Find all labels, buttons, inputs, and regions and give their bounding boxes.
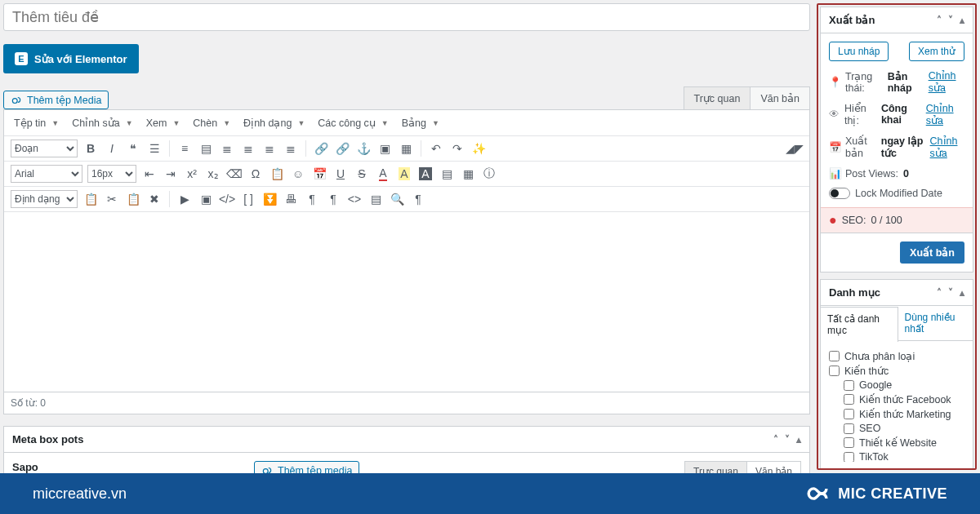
cat-item[interactable]: Thiết kế Website [844, 436, 958, 449]
edit-visibility-link[interactable]: Chỉnh sửa [926, 102, 964, 126]
format2-select[interactable]: Định dạng [11, 190, 78, 208]
cat-item[interactable]: Google [844, 379, 958, 391]
add-media-button[interactable]: Thêm tệp Media [3, 91, 109, 109]
collapse-icon[interactable]: ▴ [960, 15, 964, 26]
cat-tab-used[interactable]: Dùng nhiều nhất [898, 306, 973, 341]
align-center-icon[interactable]: ≣ [240, 140, 256, 157]
cat-item[interactable]: Kiến thức Marketing [844, 408, 958, 420]
source-icon[interactable]: <> [346, 191, 363, 207]
menu-insert[interactable]: Chèn▼ [189, 115, 237, 131]
text-color-icon[interactable]: A [375, 166, 391, 182]
bullet-list-icon[interactable]: ≡ [176, 140, 193, 157]
publish-button[interactable]: Xuất bản [900, 241, 964, 264]
omega-icon[interactable]: Ω [247, 166, 264, 182]
italic-icon[interactable]: I [104, 140, 120, 157]
cat-item[interactable]: Chưa phân loại [829, 350, 958, 362]
rtl-icon[interactable]: ¶ [325, 191, 341, 207]
anchor-icon[interactable]: ⚓ [355, 140, 372, 157]
align-left-icon[interactable]: ≣ [219, 140, 235, 157]
content-area[interactable] [4, 212, 809, 392]
outdent-icon[interactable]: ⇤ [141, 166, 158, 182]
menu-view[interactable]: Xem▼ [143, 115, 187, 131]
menu-tools[interactable]: Các công cụ▼ [314, 115, 394, 131]
chevron-down-icon[interactable]: ˅ [785, 434, 790, 445]
ltr-icon[interactable]: ¶ [304, 191, 320, 207]
cat-item[interactable]: Kiến thức [829, 365, 958, 377]
collapse-icon[interactable]: ▴ [796, 434, 801, 445]
superscript-icon[interactable]: x² [184, 166, 200, 182]
date-icon[interactable]: 📅 [311, 166, 327, 182]
chevron-down-icon[interactable]: ˅ [948, 287, 953, 299]
cat-item[interactable]: Kiến thức Facebook [844, 393, 958, 405]
category-list[interactable]: Chưa phân loại Kiến thức Google Kiến thứ… [829, 348, 964, 462]
add-category-link[interactable]: + Thêm danh mục [829, 468, 912, 470]
help-icon[interactable]: ⓘ [481, 166, 497, 182]
video-icon[interactable]: ▶ [176, 191, 193, 207]
divider-icon[interactable]: ☰ [146, 140, 163, 157]
font-select[interactable]: Arial [11, 165, 82, 183]
quote-icon[interactable]: ❝ [125, 140, 141, 157]
paste2-icon[interactable]: 📋 [125, 191, 141, 207]
number-list-icon[interactable]: ▤ [198, 140, 214, 157]
align-justify-icon[interactable]: ≣ [283, 140, 299, 157]
link-icon[interactable]: 🔗 [313, 140, 329, 157]
fullscreen-icon[interactable]: ◢◤ [786, 140, 803, 157]
format-select[interactable]: Đoạn [11, 140, 78, 157]
print-icon[interactable]: 🖶 [283, 191, 299, 207]
post-title-input[interactable] [3, 3, 810, 31]
chevron-up-icon[interactable]: ˄ [773, 434, 778, 445]
underline-icon[interactable]: U [332, 166, 349, 182]
grid-icon[interactable]: ▦ [460, 166, 476, 182]
code-icon[interactable]: </> [219, 191, 235, 207]
eraser-icon[interactable]: ⌫ [226, 166, 243, 182]
cat-item[interactable]: TikTok [844, 451, 958, 462]
highlight-icon[interactable]: A [417, 166, 434, 182]
strike-icon[interactable]: S [354, 166, 370, 182]
paste-icon[interactable]: 📋 [269, 166, 285, 182]
tab-text[interactable]: Văn bản [750, 87, 809, 109]
media-icon[interactable]: ▣ [198, 191, 214, 207]
remove-format-icon[interactable]: ✖ [146, 191, 163, 207]
expand-icon[interactable]: ⏬ [261, 191, 278, 207]
bg-color-icon[interactable]: A [396, 166, 412, 182]
image-icon[interactable]: ▣ [376, 140, 393, 157]
lock-modified-toggle[interactable] [829, 188, 850, 199]
chevron-up-icon[interactable]: ˄ [937, 15, 942, 26]
seo-score: ●SEO: 0 / 100 [821, 207, 973, 233]
edit-with-elementor-button[interactable]: ESửa với Elementor [3, 44, 139, 73]
infinity-icon [802, 484, 830, 503]
table-icon[interactable]: ▦ [398, 140, 414, 157]
menu-table[interactable]: Bảng▼ [399, 115, 446, 131]
align-right-icon[interactable]: ≣ [261, 140, 278, 157]
subscript-icon[interactable]: x₂ [205, 166, 221, 182]
edit-schedule-link[interactable]: Chỉnh sửa [930, 135, 964, 159]
tab-visual[interactable]: Trực quan [684, 87, 751, 109]
shortcode-icon[interactable]: [ ] [240, 191, 256, 207]
chevron-down-icon[interactable]: ˅ [948, 15, 953, 26]
preview-button[interactable]: Xem thử [909, 42, 964, 61]
menu-format[interactable]: Định dạng▼ [240, 115, 311, 131]
emoji-icon[interactable]: ☺ [290, 166, 306, 182]
bold-icon[interactable]: B [82, 140, 99, 157]
menu-file[interactable]: Tệp tin▼ [11, 115, 65, 131]
toc-icon[interactable]: ▤ [368, 191, 384, 207]
toolbar-row-2: Arial 16px ⇤ ⇥ x² x₂ ⌫ Ω 📋 ☺ 📅 U S A A A… [4, 162, 809, 187]
font-size-select[interactable]: 16px [87, 165, 136, 183]
edit-status-link[interactable]: Chỉnh sửa [929, 69, 964, 94]
pilcrow-icon[interactable]: ¶ [410, 191, 426, 207]
unlink-icon[interactable]: 🔗 [334, 140, 350, 157]
undo-icon[interactable]: ↶ [428, 140, 444, 157]
menu-edit[interactable]: Chỉnh sửa▼ [69, 115, 139, 131]
collapse-icon[interactable]: ▴ [960, 287, 964, 299]
find-icon[interactable]: 🔍 [389, 191, 405, 207]
wand-icon[interactable]: ✨ [470, 140, 487, 157]
indent-icon[interactable]: ⇥ [163, 166, 179, 182]
cat-tab-all[interactable]: Tất cả danh mục [821, 307, 898, 342]
columns-icon[interactable]: ▤ [439, 166, 455, 182]
cat-item[interactable]: SEO [844, 423, 958, 434]
copy-icon[interactable]: 📋 [82, 191, 99, 207]
cut-icon[interactable]: ✂ [104, 191, 120, 207]
save-draft-button[interactable]: Lưu nháp [829, 42, 889, 61]
redo-icon[interactable]: ↷ [449, 140, 466, 157]
chevron-up-icon[interactable]: ˄ [937, 287, 942, 299]
